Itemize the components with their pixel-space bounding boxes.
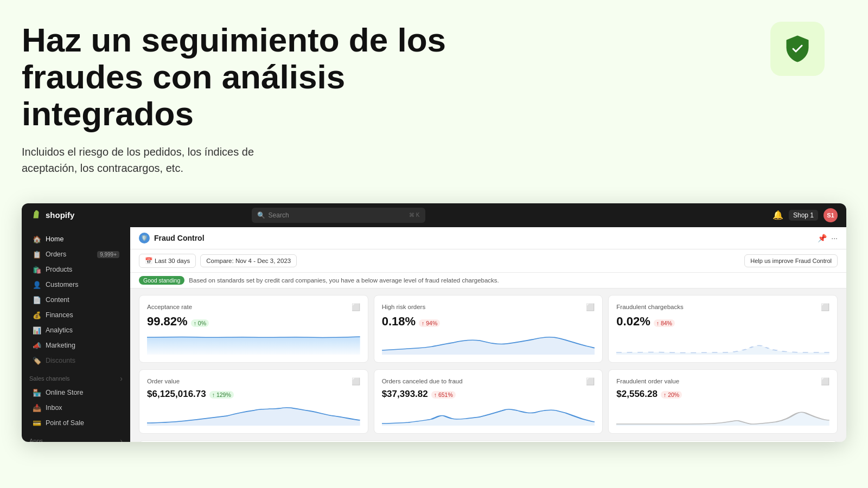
sidebar-item-discounts[interactable]: 🏷️ Discounts — [25, 354, 127, 368]
stat-change-canceled-orders: ↑ 651% — [431, 391, 456, 399]
stat-label-acceptance: Acceptance rate ⬜ — [147, 303, 360, 311]
apps-label: Apps › — [22, 431, 130, 442]
shop-avatar[interactable]: S1 — [824, 208, 838, 222]
stat-change-order-value: ↑ 129% — [209, 391, 234, 399]
pos-icon: 💳 — [33, 419, 41, 427]
hero-subtitle: Incluidos el riesgo de los pedidos, los … — [22, 144, 304, 176]
stat-label-canceled-orders: Orders canceled due to fraud ⬜ — [382, 377, 595, 386]
finances-icon: 💰 — [33, 311, 41, 319]
sidebar-item-home[interactable]: 🏠 Home — [25, 232, 127, 247]
calendar-icon: 📅 — [145, 257, 152, 265]
stat-label-chargebacks: Fraudulent chargebacks ⬜ — [616, 303, 829, 311]
stat-label-order-value: Order value ⬜ — [147, 377, 360, 386]
toolbar: 📅 Last 30 days Compare: Nov 4 - Dec 3, 2… — [130, 249, 846, 273]
copy-icon-3[interactable]: ⬜ — [821, 303, 829, 311]
stat-value-order-value: $6,125,016.73 ↑ 129% — [147, 389, 360, 400]
stat-value-chargebacks: 0.02% ↑ 84% — [616, 314, 829, 329]
sidebar-item-products[interactable]: 🛍️ Products — [25, 262, 127, 277]
date-range-btn[interactable]: 📅 Last 30 days — [139, 254, 196, 268]
stat-change-chargebacks: ↑ 84% — [654, 319, 675, 327]
status-text: Based on standards set by credit card co… — [189, 277, 499, 284]
browser-window: shopify 🔍 Search ⌘ K 🔔 Shop 1 S1 🏠 Home … — [22, 203, 846, 442]
stat-card-canceled-orders: Orders canceled due to fraud ⬜ $37,393.8… — [374, 369, 603, 434]
stat-card-fraud-value: Fraudulent order value ⬜ $2,556.28 ↑ 20% — [608, 369, 838, 434]
good-standing-badge: Good standing — [139, 276, 184, 285]
customers-icon: 👤 — [33, 281, 41, 289]
stat-label-fraud-value: Fraudulent order value ⬜ — [616, 377, 829, 386]
analytics-icon: 📊 — [33, 326, 41, 335]
shield-badge — [770, 22, 825, 76]
copy-icon-1[interactable]: ⬜ — [352, 303, 360, 311]
content-icon: 📄 — [33, 296, 41, 304]
stat-change-high-risk: ↑ 94% — [419, 319, 440, 327]
mini-chart-order-value — [147, 404, 360, 426]
help-btn[interactable]: Help us improve Fraud Control — [744, 254, 838, 267]
stat-value-canceled-orders: $37,393.82 ↑ 651% — [382, 389, 595, 400]
stat-label-high-risk: High risk orders ⬜ — [382, 303, 595, 311]
flow-app-card: Get Started with the Flow app — [139, 440, 838, 442]
stat-value-fraud-value: $2,556.28 ↑ 20% — [616, 389, 829, 400]
shopify-navbar: shopify 🔍 Search ⌘ K 🔔 Shop 1 S1 — [22, 203, 846, 227]
mini-chart-fraud-value — [616, 404, 829, 426]
products-icon: 🛍️ — [33, 266, 41, 274]
page-header-actions: 📌 ··· — [818, 234, 838, 242]
online-store-icon: 🏪 — [33, 389, 41, 397]
sidebar-item-content[interactable]: 📄 Content — [25, 293, 127, 307]
hero-title: Haz un seguimiento de los fraudes con an… — [22, 22, 510, 133]
pin-icon[interactable]: 📌 — [818, 234, 827, 242]
stat-card-acceptance: Acceptance rate ⬜ 99.82% ↑ 0% — [139, 295, 368, 363]
inbox-icon: 📥 — [33, 404, 41, 412]
orders-icon: 📋 — [33, 251, 41, 259]
copy-icon-6[interactable]: ⬜ — [821, 377, 829, 386]
more-icon[interactable]: ··· — [831, 234, 838, 242]
sidebar-item-online-store[interactable]: 🏪 Online Store — [25, 386, 127, 400]
sidebar-item-analytics[interactable]: 📊 Analytics — [25, 323, 127, 338]
marketing-icon: 📣 — [33, 342, 41, 350]
mini-chart-acceptance — [147, 333, 360, 355]
nav-right: 🔔 Shop 1 S1 — [773, 208, 838, 222]
sidebar-item-finances[interactable]: 💰 Finances — [25, 308, 127, 323]
sidebar-item-pos[interactable]: 💳 Point of Sale — [25, 416, 127, 431]
stat-card-chargebacks: Fraudulent chargebacks ⬜ 0.02% ↑ 84% — [608, 295, 838, 363]
compare-btn[interactable]: Compare: Nov 4 - Dec 3, 2023 — [200, 254, 297, 267]
app-body: 🏠 Home 📋 Orders 9,999+ 🛍️ Products 👤 Cus… — [22, 227, 846, 442]
stat-card-high-risk: High risk orders ⬜ 0.18% ↑ 94% — [374, 295, 603, 363]
stats-grid-row1: Acceptance rate ⬜ 99.82% ↑ 0% — [130, 288, 846, 369]
hero-section: Haz un seguimiento de los fraudes con an… — [0, 0, 868, 192]
page-header-left: 🛡️ Fraud Control — [139, 233, 205, 243]
sidebar: 🏠 Home 📋 Orders 9,999+ 🛍️ Products 👤 Cus… — [22, 227, 130, 442]
home-icon: 🏠 — [33, 235, 41, 243]
shop-label[interactable]: Shop 1 — [789, 210, 818, 221]
discounts-icon: 🏷️ — [33, 357, 41, 365]
mini-chart-chargebacks — [616, 333, 829, 355]
stats-grid-row2: Order value ⬜ $6,125,016.73 ↑ 129% — [130, 369, 846, 440]
status-bar: Good standing Based on standards set by … — [130, 273, 846, 288]
stat-card-order-value: Order value ⬜ $6,125,016.73 ↑ 129% — [139, 369, 368, 434]
main-content: 🛡️ Fraud Control 📌 ··· 📅 Last 30 days Co… — [130, 227, 846, 442]
copy-icon-4[interactable]: ⬜ — [352, 377, 360, 386]
sidebar-item-orders[interactable]: 📋 Orders 9,999+ — [25, 247, 127, 262]
copy-icon-2[interactable]: ⬜ — [586, 303, 595, 311]
search-shortcut: ⌘ K — [409, 212, 419, 218]
stat-value-acceptance: 99.82% ↑ 0% — [147, 314, 360, 329]
search-icon: 🔍 — [257, 211, 265, 219]
page-title: Fraud Control — [154, 234, 205, 242]
bell-icon[interactable]: 🔔 — [773, 210, 783, 220]
sidebar-item-customers[interactable]: 👤 Customers — [25, 278, 127, 292]
mini-chart-canceled-orders — [382, 404, 595, 426]
stat-value-high-risk: 0.18% ↑ 94% — [382, 314, 595, 329]
page-header: 🛡️ Fraud Control 📌 ··· — [130, 227, 846, 249]
bottom-section: Get Started with the Flow app — [130, 440, 846, 442]
sidebar-item-marketing[interactable]: 📣 Marketing — [25, 338, 127, 353]
stat-change-fraud-value: ↑ 20% — [661, 391, 682, 399]
sales-channels-label: Sales channels › — [22, 369, 130, 385]
copy-icon-5[interactable]: ⬜ — [586, 377, 595, 386]
sidebar-item-inbox[interactable]: 📥 Inbox — [25, 401, 127, 415]
orders-badge: 9,999+ — [97, 251, 119, 258]
shopify-logo: shopify — [30, 209, 74, 221]
fraud-header-icon: 🛡️ — [139, 233, 150, 243]
stat-change-acceptance: ↑ 0% — [191, 319, 209, 327]
mini-chart-high-risk — [382, 333, 595, 355]
search-bar[interactable]: 🔍 Search ⌘ K — [252, 208, 425, 223]
